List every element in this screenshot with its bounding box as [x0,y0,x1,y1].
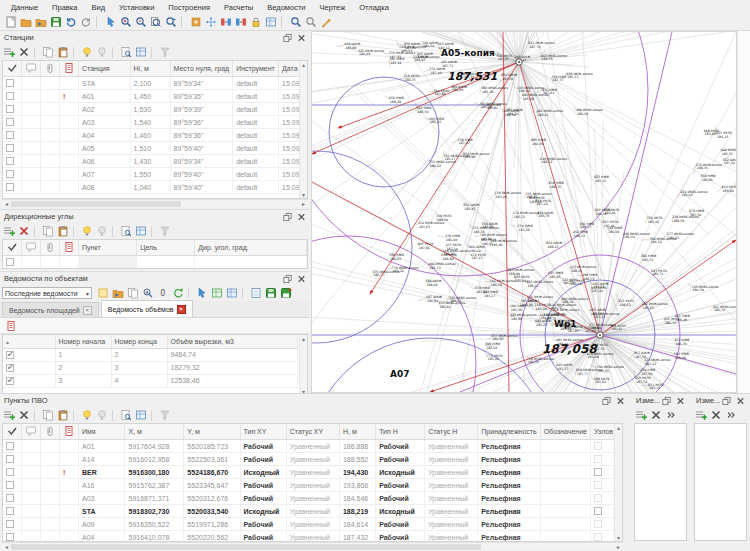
map-canvas[interactable]: 850 ШКЖ185,56319 НЖВ187,37103 ИК86-копия… [312,32,736,392]
add-row-icon[interactable] [2,225,16,238]
row-checkbox[interactable] [6,377,14,385]
row-checkbox[interactable] [6,455,14,463]
pvo-row[interactable]: A015917604,9285520185,723РабочийУравненн… [3,440,622,453]
lamp-on-icon[interactable] [80,409,94,422]
column-header[interactable]: Статус XY [286,424,339,440]
pvo-row[interactable]: STA5918302,7305520033,540ИсходныйУравнен… [3,505,622,518]
float-panel-icon[interactable] [721,395,732,406]
table-green-icon[interactable] [210,287,224,300]
row-checkbox[interactable] [594,468,602,476]
table-view-icon[interactable] [134,409,148,422]
paste-icon[interactable] [56,46,70,59]
copy-icon[interactable] [41,409,55,422]
delete-icon[interactable] [649,409,663,422]
station-row[interactable]: A051,51089°59'40"default15.09 [3,142,307,155]
column-header[interactable]: Место нуля, град [170,61,233,77]
page-blue-icon[interactable] [249,287,263,300]
column-header[interactable] [22,61,41,77]
station-row[interactable]: STA2,10089°59'34"default15.09 [3,77,307,90]
column-header[interactable] [41,240,60,256]
copy-icon[interactable] [41,225,55,238]
copy-report-icon[interactable] [126,287,140,300]
column-header[interactable]: Номер начала [55,335,111,348]
row-checkbox[interactable] [6,118,14,126]
tab-close-icon[interactable]: × [177,305,186,314]
redo-icon[interactable] [78,15,93,29]
column-header[interactable]: Имя [79,424,125,440]
menu-item-4[interactable]: Построения [161,2,217,13]
sheet-icon[interactable] [96,287,110,300]
column-header[interactable] [22,240,41,256]
row-checkbox[interactable] [594,507,602,515]
fit-view-icon[interactable] [203,15,218,29]
pvo-row[interactable]: A045916410,0785520220,562РабочийУравненн… [3,531,622,543]
menu-item-0[interactable]: Данные [4,2,45,13]
refresh-icon[interactable] [171,287,185,300]
close-panel-icon[interactable] [296,211,307,222]
column-header[interactable] [22,424,41,440]
tab-0[interactable]: Ведомость площадей× [2,302,99,317]
map-vertical-scrollbar[interactable] [737,31,750,393]
filter-icon[interactable] [158,225,172,238]
report-row[interactable]: 129484,74 [3,348,297,361]
lamp-off-icon[interactable] [95,46,109,59]
preview-icon[interactable] [119,46,133,59]
menu-item-3[interactable]: Установки [112,2,161,13]
column-header[interactable]: H, м [339,424,375,440]
row-checkbox[interactable] [594,455,602,463]
find-icon[interactable]: A [141,287,155,300]
row-checkbox[interactable] [6,170,14,178]
column-header[interactable]: Объём вырезки, м3 [167,335,297,348]
station-row[interactable]: A021,53089°59'39"default15.09 [3,103,307,116]
import-file-icon[interactable] [33,15,48,29]
column-header[interactable]: Дир. угол, град. [195,240,307,256]
column-header[interactable]: Станция [79,61,131,77]
save-report-icon[interactable] [264,287,278,300]
zoom-out-icon[interactable] [133,15,148,29]
column-header[interactable]: Тип H [376,424,425,440]
column-header[interactable]: Принадлежность [478,424,540,440]
float-panel-icon[interactable] [282,211,293,222]
column-header[interactable]: Hi, м [130,61,170,77]
station-row[interactable]: !A011,45089°59'35"default15.09 [3,90,307,103]
column-header[interactable] [60,61,79,77]
pvo-row[interactable]: !BER5916300,1805524186,670ИсходныйУравне… [3,466,622,479]
grid-icon[interactable] [263,15,278,29]
row-checkbox[interactable] [6,442,14,450]
row-checkbox[interactable] [6,79,14,87]
overflow-chevrons-icon[interactable] [724,409,738,422]
undo-icon[interactable] [63,15,78,29]
pick-icon[interactable] [195,287,209,300]
float-panel-icon[interactable] [661,395,672,406]
column-header[interactable] [41,61,60,77]
row-checkbox[interactable] [6,92,14,100]
close-panel-icon[interactable] [296,273,307,284]
lamp-off-icon[interactable] [95,225,109,238]
table-view-icon[interactable] [134,46,148,59]
paste-icon[interactable] [56,409,70,422]
menu-item-7[interactable]: Чертеж [313,2,353,13]
row-checkbox[interactable] [6,520,14,528]
row-checkbox[interactable] [594,442,602,450]
empty-row[interactable] [3,256,307,269]
row-checkbox[interactable] [6,105,14,113]
stations-vertical-scrollbar[interactable]: ▴▾ [299,61,307,198]
row-checkbox[interactable] [594,520,602,528]
open-file-icon[interactable] [18,15,33,29]
reports-dropdown[interactable]: Последние ведомости ▾ [2,287,92,299]
row-checkbox[interactable] [6,131,14,139]
table-view-icon[interactable] [134,225,148,238]
tab-1[interactable]: Ведомость объёмов× [101,300,193,317]
pan-icon[interactable] [188,15,203,29]
zoom-in-icon[interactable] [118,15,133,29]
row-checkbox[interactable] [6,258,14,266]
float-panel-icon[interactable] [282,273,293,284]
report-sheet-icon[interactable] [4,319,18,332]
select-pointer-icon[interactable] [103,15,118,29]
open-report-icon[interactable] [111,287,125,300]
zoom-prev-icon[interactable] [163,15,178,29]
add-row-icon[interactable] [634,409,648,422]
filter-icon[interactable] [158,46,172,59]
report-row[interactable]: 2318279,32 [3,361,297,374]
station-row[interactable]: A061,43089°59'34"default15.09 [3,155,307,168]
